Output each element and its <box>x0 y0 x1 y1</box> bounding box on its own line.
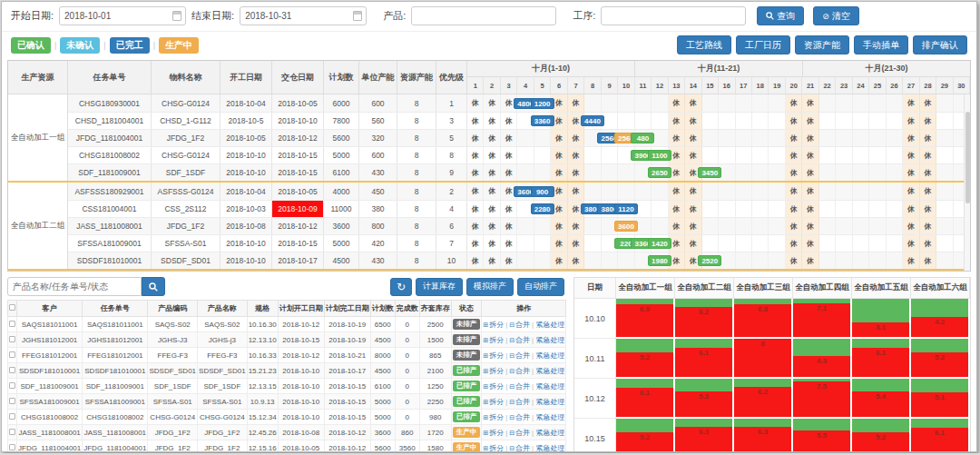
product-input[interactable] <box>411 6 556 25</box>
schedule-day-cell <box>853 113 869 129</box>
order-action-link[interactable]: ⊟合并 <box>509 444 530 452</box>
load-hours-value: 7.5 <box>793 382 850 391</box>
end-date-input[interactable] <box>240 6 367 25</box>
order-action-link[interactable]: 紧急处理 <box>535 382 564 391</box>
schedule-day-cell <box>719 147 735 163</box>
schedule-qty-chip[interactable]: 2280 <box>531 203 554 214</box>
schedule-day-cell <box>769 94 785 112</box>
order-action-link[interactable]: ⊟合并 <box>509 367 530 375</box>
schedule-day-cell: 休 <box>786 235 802 252</box>
order-action-link[interactable]: 紧急处理 <box>535 367 564 375</box>
schedule-qty-chip[interactable]: 1200 <box>531 98 554 109</box>
action-separator: | <box>505 444 507 452</box>
load-free-bar <box>911 339 968 352</box>
unit-capacity-cell: 560 <box>359 113 397 129</box>
status-cell: 已排产 <box>451 379 482 394</box>
due-date-cell: 2018-10-12 <box>272 218 324 234</box>
process-input[interactable] <box>601 6 746 25</box>
row-checkbox[interactable] <box>9 444 15 450</box>
gantt-toolbar-button[interactable]: 资源产能 <box>795 35 849 54</box>
schedule-qty-chip[interactable]: 1420 <box>648 238 671 249</box>
schedule-day-cell <box>887 183 903 200</box>
order-toolbar-button[interactable]: 自动排产 <box>517 278 564 296</box>
schedule-day-cell <box>819 183 836 200</box>
order-action-link[interactable]: ⊞拆分 <box>483 413 504 421</box>
schedule-day-cell <box>752 130 769 146</box>
gantt-scrollbar[interactable] <box>964 94 970 271</box>
status-badge: 生产中 <box>453 442 481 452</box>
order-toolbar-button[interactable]: 模拟排产 <box>466 278 514 296</box>
load-date-cell: 10.11 <box>574 339 616 379</box>
row-checkbox[interactable] <box>9 321 15 327</box>
gantt-toolbar-button[interactable]: 工艺路线 <box>677 35 731 54</box>
calendar-icon[interactable] <box>353 11 362 21</box>
schedule-qty-chip[interactable]: 1980 <box>648 255 671 266</box>
order-action-link[interactable]: ⊞拆分 <box>483 398 504 406</box>
order-action-link[interactable]: ⊟合并 <box>509 351 530 360</box>
order-action-link[interactable]: 紧急处理 <box>535 336 564 344</box>
order-action-link[interactable]: 紧急处理 <box>535 321 564 329</box>
product-code-cell: JFDG_1F2 <box>148 425 198 440</box>
spec-cell: 12.13.15 <box>247 379 278 394</box>
order-action-link[interactable]: ⊟合并 <box>509 413 530 421</box>
order-action-link[interactable]: ⊟合并 <box>509 336 530 344</box>
order-action-link[interactable]: ⊟合并 <box>509 429 530 437</box>
schedule-day-cell <box>752 113 769 129</box>
order-action-link[interactable]: ⊞拆分 <box>483 429 504 437</box>
calendar-icon[interactable] <box>172 11 181 21</box>
row-checkbox[interactable] <box>9 398 15 404</box>
order-toolbar-button[interactable]: 计算库存 <box>416 278 463 296</box>
row-checkbox[interactable] <box>9 413 15 420</box>
query-button[interactable]: 查询 <box>757 6 804 25</box>
schedule-qty-chip[interactable]: 1100 <box>648 150 671 161</box>
product-name-cell: CHSG-G0124 <box>198 410 248 425</box>
start-date-input[interactable] <box>59 6 186 25</box>
row-checkbox[interactable] <box>9 367 15 373</box>
row-checkbox[interactable] <box>9 336 15 342</box>
order-action-link[interactable]: 紧急处理 <box>535 444 564 452</box>
schedule-day-cell <box>618 164 634 181</box>
order-action-link[interactable]: ⊟合并 <box>509 398 530 406</box>
refresh-button[interactable]: ↻ <box>390 278 412 296</box>
schedule-qty-chip[interactable]: 3600 <box>614 221 638 232</box>
schedule-qty-chip[interactable]: 4440 <box>581 115 604 126</box>
scrollbar-thumb[interactable] <box>965 112 970 203</box>
order-action-link[interactable]: ⊟合并 <box>509 321 530 329</box>
order-action-link[interactable]: ⊞拆分 <box>483 321 504 329</box>
schedule-qty-chip[interactable]: 3450 <box>698 167 721 178</box>
clear-button[interactable]: ⊘ 清空 <box>813 6 859 25</box>
schedule-day-cell <box>853 201 869 217</box>
rest-day-marker: 休 <box>924 168 931 178</box>
row-checkbox[interactable] <box>9 351 15 358</box>
order-search-button[interactable] <box>142 277 165 296</box>
order-action-link[interactable]: ⊟合并 <box>509 382 530 391</box>
schedule-qty-chip[interactable]: 2520 <box>698 255 721 266</box>
schedule-qty-chip[interactable]: 900 <box>531 186 554 197</box>
gantt-toolbar-button[interactable]: 手动插单 <box>854 35 908 54</box>
schedule-qty-chip[interactable]: 2650 <box>648 167 671 178</box>
order-action-link[interactable]: ⊞拆分 <box>483 351 504 360</box>
order-action-link[interactable]: 紧急处理 <box>535 351 564 360</box>
order-action-link[interactable]: ⊞拆分 <box>483 336 504 344</box>
gantt-toolbar-button[interactable]: 排产确认 <box>913 35 967 54</box>
gantt-toolbar-button[interactable]: 工厂日历 <box>736 35 790 54</box>
rest-day-marker: 休 <box>573 134 580 143</box>
schedule-qty-chip[interactable]: 3360 <box>531 115 554 126</box>
row-checkbox[interactable] <box>9 429 15 435</box>
order-action-link[interactable]: ⊞拆分 <box>483 382 504 391</box>
select-all-checkbox[interactable] <box>9 304 15 311</box>
product-name-cell: JFDG_1F2 <box>198 440 248 453</box>
order-action-link[interactable]: 紧急处理 <box>535 398 564 406</box>
order-search-input[interactable] <box>7 277 142 296</box>
schedule-qty-chip[interactable]: 1120 <box>614 203 638 214</box>
order-action-link[interactable]: ⊞拆分 <box>483 367 504 375</box>
rest-day-marker: 休 <box>807 204 814 214</box>
order-action-link[interactable]: 紧急处理 <box>535 429 564 437</box>
row-checkbox[interactable] <box>9 382 15 389</box>
customer-cell: FFEG181012001 <box>17 348 83 363</box>
schedule-qty-chip[interactable]: 480 <box>631 133 654 143</box>
order-action-link[interactable]: ⊞拆分 <box>483 444 504 452</box>
order-action-link[interactable]: 紧急处理 <box>535 413 564 421</box>
start-date-cell: 2018-10-04 <box>220 94 272 112</box>
schedule-day-cell <box>819 252 836 269</box>
